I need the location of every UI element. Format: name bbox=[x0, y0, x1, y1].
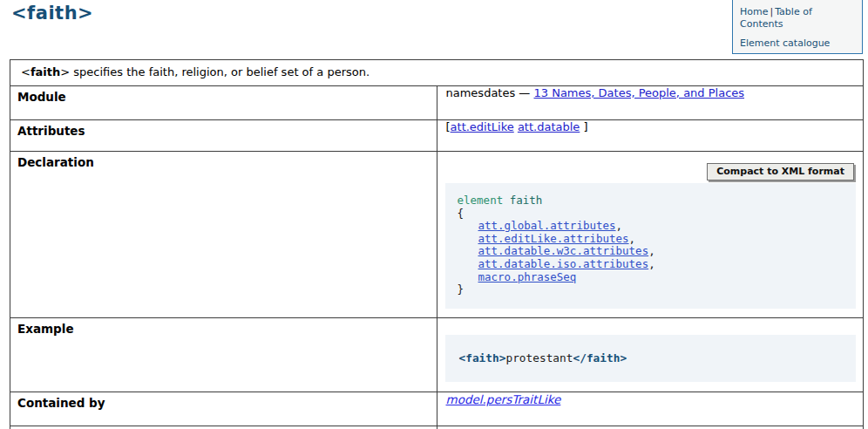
code-element-name: faith bbox=[510, 194, 543, 207]
code-link-att-editlike-attributes[interactable]: att.editLike.attributes bbox=[478, 232, 629, 245]
module-name-text: namesdates — bbox=[446, 86, 534, 99]
table-row-description: <faith> specifies the faith, religion, o… bbox=[10, 60, 864, 86]
code-line-member: att.datable.iso.attributes, bbox=[458, 258, 848, 271]
code-link-att-global-attributes[interactable]: att.global.attributes bbox=[478, 219, 616, 232]
code-suffix: , bbox=[648, 257, 655, 270]
attributes-close-bracket: ] bbox=[580, 120, 587, 133]
table-row-contained-by: Contained by model.persTraitLike bbox=[10, 392, 864, 426]
code-suffix: , bbox=[648, 244, 655, 257]
example-code-block: <faith>protestant</faith> bbox=[445, 335, 857, 382]
nav-links-row: Home|Table of Contents bbox=[740, 6, 855, 31]
attribute-class-link-att-datable[interactable]: att.datable bbox=[518, 120, 580, 133]
code-keyword-element: element bbox=[458, 194, 504, 207]
code-suffix: , bbox=[629, 232, 636, 245]
attributes-label: Attributes bbox=[10, 120, 437, 152]
module-value-cell: namesdates — 13 Names, Dates, People, an… bbox=[437, 86, 864, 120]
nav-link-element-catalogue[interactable]: Element catalogue bbox=[740, 37, 830, 49]
table-row-module: Module namesdates — 13 Names, Dates, Peo… bbox=[10, 86, 864, 120]
declaration-label: Declaration bbox=[10, 152, 437, 318]
code-line-close-brace: } bbox=[458, 283, 848, 296]
page: <faith> Home|Table of Contents Element c… bbox=[0, 0, 868, 429]
declaration-code-block: element faith { att.global.attributes, a… bbox=[445, 183, 857, 309]
example-content: protestant bbox=[505, 351, 573, 364]
description-element-gi: <faith> bbox=[21, 65, 70, 78]
contained-by-label: Contained by bbox=[10, 392, 437, 426]
nav-separator: | bbox=[770, 6, 773, 17]
next-row-label-cell bbox=[10, 426, 437, 429]
example-close-tag: </faith> bbox=[573, 351, 627, 364]
table-row-next-cropped bbox=[10, 426, 864, 429]
code-line-member: att.editLike.attributes, bbox=[458, 233, 848, 246]
nav-links-row2: Element catalogue bbox=[740, 37, 855, 50]
example-open-tag: <faith> bbox=[459, 351, 506, 364]
code-link-att-datable-iso-attributes[interactable]: att.datable.iso.attributes bbox=[478, 257, 649, 270]
contained-by-value-cell: model.persTraitLike bbox=[437, 392, 864, 426]
element-spec-table: <faith> specifies the faith, religion, o… bbox=[10, 59, 864, 429]
example-value-cell: <faith>protestant</faith> bbox=[437, 318, 864, 392]
code-link-macro-phraseseq[interactable]: macro.phraseSeq bbox=[478, 270, 577, 283]
nav-link-home[interactable]: Home bbox=[740, 6, 768, 17]
compact-to-xml-format-button[interactable]: Compact to XML format bbox=[707, 163, 854, 180]
description-cell: <faith> specifies the faith, religion, o… bbox=[10, 60, 864, 86]
table-row-example: Example <faith>protestant</faith> bbox=[10, 318, 864, 392]
description-text: specifies the faith, religion, or belief… bbox=[70, 65, 370, 78]
code-line-open-brace: { bbox=[458, 208, 848, 221]
module-label: Module bbox=[10, 86, 437, 120]
attributes-value-cell: [att.editLike att.datable ] bbox=[437, 120, 864, 152]
declaration-value-cell: Compact to XML format element faith { at… bbox=[437, 152, 864, 318]
code-line-member: macro.phraseSeq bbox=[458, 271, 848, 284]
nav-box: Home|Table of Contents Element catalogue bbox=[732, 0, 863, 54]
code-line-element: element faith bbox=[458, 194, 848, 208]
page-title: <faith> bbox=[11, 3, 93, 24]
code-line-member: att.datable.w3c.attributes, bbox=[458, 245, 848, 258]
table-row-attributes: Attributes [att.editLike att.datable ] bbox=[10, 120, 864, 152]
example-label: Example bbox=[10, 318, 437, 392]
code-line-member: att.global.attributes, bbox=[458, 220, 848, 233]
model-class-link-perstraitlike[interactable]: model.persTraitLike bbox=[446, 392, 561, 406]
code-link-att-datable-w3c-attributes[interactable]: att.datable.w3c.attributes bbox=[478, 244, 649, 257]
attribute-class-link-att-editlike[interactable]: att.editLike bbox=[451, 120, 514, 133]
module-chapter-link[interactable]: 13 Names, Dates, People, and Places bbox=[534, 86, 745, 99]
code-suffix: , bbox=[616, 219, 623, 232]
table-row-declaration: Declaration Compact to XML format elemen… bbox=[10, 152, 864, 318]
declaration-button-row: Compact to XML format bbox=[437, 152, 864, 181]
header: <faith> Home|Table of Contents Element c… bbox=[0, 0, 868, 59]
next-row-value-cell bbox=[437, 426, 864, 429]
